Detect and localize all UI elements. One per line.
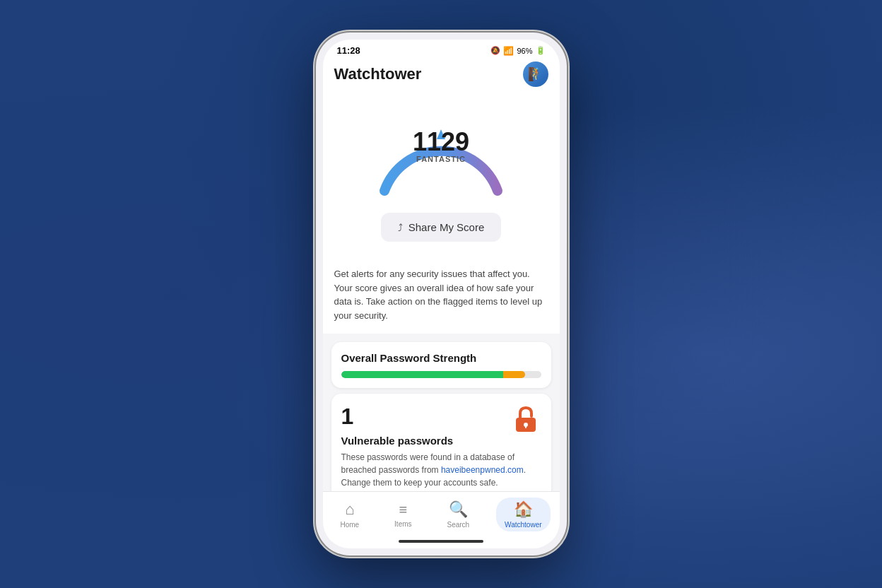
share-my-score-button[interactable]: ⤴ Share My Score	[381, 213, 502, 242]
scroll-content: 1129 FANTASTIC ⤴ Share My Score Get aler…	[323, 95, 560, 491]
nav-item-watchtower[interactable]: 🏠 Watchtower	[496, 498, 550, 531]
vuln-desc: These passwords were found in a database…	[341, 451, 541, 489]
gauge-container: 1129 FANTASTIC	[370, 110, 512, 201]
watchtower-nav-label: Watchtower	[505, 521, 541, 529]
mute-icon: 🔕	[490, 46, 500, 55]
open-lock-icon	[510, 404, 541, 435]
vuln-header: 1	[341, 404, 541, 435]
search-nav-label: Search	[447, 521, 469, 529]
search-nav-icon: 🔍	[449, 500, 468, 519]
svg-rect-3	[525, 425, 527, 428]
bottom-nav: ⌂ Home ≡ Items 🔍 Search 🏠 Watchtower	[323, 491, 560, 534]
home-nav-icon: ⌂	[345, 500, 354, 519]
haveibeenpwned-link[interactable]: haveibeenpwned.com	[441, 465, 524, 475]
avatar[interactable]: 🧗	[523, 61, 548, 87]
items-nav-icon: ≡	[399, 502, 407, 518]
vuln-title: Vulnerable passwords	[341, 435, 541, 447]
page-title: Watchtower	[334, 65, 422, 83]
nav-item-items[interactable]: ≡ Items	[386, 499, 420, 531]
items-nav-label: Items	[394, 520, 411, 528]
home-indicator	[323, 534, 560, 548]
password-strength-title: Overall Password Strength	[341, 352, 541, 364]
wifi-icon: 📶	[503, 46, 514, 56]
home-nav-label: Home	[340, 521, 359, 529]
watchtower-nav-icon: 🏠	[514, 500, 533, 519]
phone-screen: 11:28 🔕 📶 96% 🔋 Watchtower 🧗	[323, 40, 560, 548]
home-bar	[399, 540, 483, 543]
nav-item-home[interactable]: ⌂ Home	[331, 498, 368, 531]
share-button-label: Share My Score	[408, 221, 485, 233]
phone-frame: 11:28 🔕 📶 96% 🔋 Watchtower 🧗	[316, 33, 567, 555]
battery-percent: 96%	[517, 47, 532, 55]
progress-bar-fill	[341, 371, 525, 378]
password-strength-card[interactable]: Overall Password Strength	[331, 342, 551, 388]
gauge-score: 1129	[413, 129, 469, 155]
description-text: Get alerts for any security issues that …	[334, 267, 548, 322]
score-section: 1129 FANTASTIC ⤴ Share My Score	[323, 95, 560, 259]
battery-icon: 🔋	[536, 46, 546, 55]
share-icon: ⤴	[398, 222, 403, 233]
description-section: Get alerts for any security issues that …	[323, 259, 560, 334]
nav-item-search[interactable]: 🔍 Search	[438, 498, 478, 531]
progress-bar-bg	[341, 371, 541, 378]
vulnerable-passwords-card[interactable]: 1 Vulnerable passwords These passwords w…	[331, 394, 551, 491]
cards-section: Overall Password Strength 1	[323, 334, 560, 491]
status-time: 11:28	[337, 45, 360, 56]
status-icons: 🔕 📶 96% 🔋	[490, 46, 545, 56]
avatar-emoji: 🧗	[528, 66, 543, 82]
app-header: Watchtower 🧗	[323, 59, 560, 95]
status-bar: 11:28 🔕 📶 96% 🔋	[323, 40, 560, 59]
vuln-count: 1	[341, 404, 354, 430]
gauge-label: FANTASTIC	[413, 155, 469, 163]
gauge-center: 1129 FANTASTIC	[413, 129, 469, 163]
